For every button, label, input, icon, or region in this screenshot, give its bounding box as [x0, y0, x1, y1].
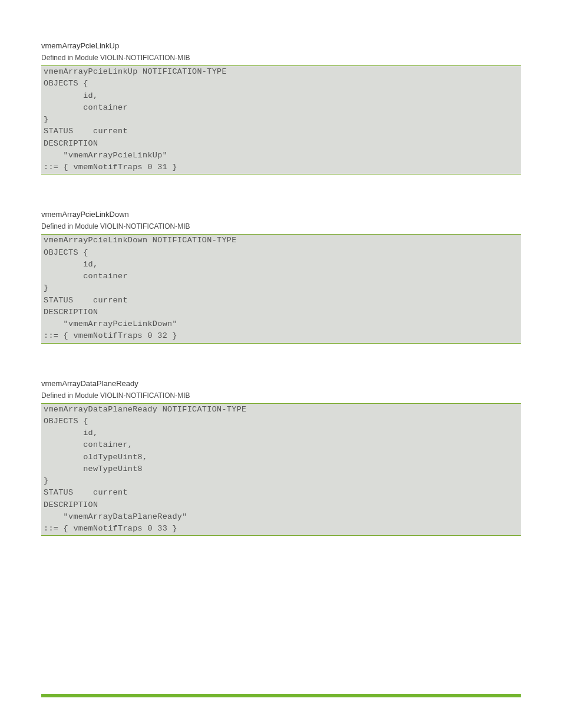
section-heading: vmemArrayPcieLinkUp	[41, 41, 521, 50]
section-heading: vmemArrayPcieLinkDown	[41, 210, 521, 219]
section-heading: vmemArrayDataPlaneReady	[41, 379, 521, 388]
section-data-plane-ready: vmemArrayDataPlaneReady Defined in Modul…	[41, 379, 521, 536]
section-pcie-link-up: vmemArrayPcieLinkUp Defined in Module VI…	[41, 41, 521, 174]
content-area: vmemArrayPcieLinkUp Defined in Module VI…	[0, 0, 562, 536]
footer-bar	[41, 694, 521, 697]
section-subheading: Defined in Module VIOLIN-NOTIFICATION-MI…	[41, 391, 521, 400]
code-block: vmemArrayPcieLinkUp NOTIFICATION-TYPE OB…	[41, 65, 521, 174]
code-block: vmemArrayPcieLinkDown NOTIFICATION-TYPE …	[41, 234, 521, 343]
code-block: vmemArrayDataPlaneReady NOTIFICATION-TYP…	[41, 403, 521, 536]
section-subheading: Defined in Module VIOLIN-NOTIFICATION-MI…	[41, 222, 521, 230]
section-subheading: Defined in Module VIOLIN-NOTIFICATION-MI…	[41, 54, 521, 62]
section-pcie-link-down: vmemArrayPcieLinkDown Defined in Module …	[41, 210, 521, 343]
